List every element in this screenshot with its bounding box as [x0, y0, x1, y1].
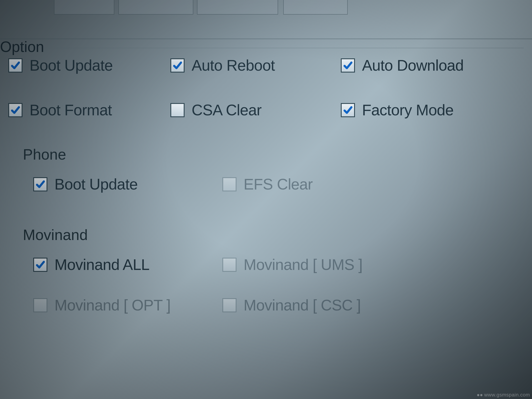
checkbox-efs-clear — [222, 177, 236, 191]
checkbox-movinand-csc — [222, 298, 236, 312]
check-icon — [11, 106, 20, 115]
checkbox-movinand-all[interactable] — [33, 258, 47, 272]
tab-slot[interactable] — [197, 0, 278, 14]
checkbox-movinand-opt — [33, 298, 47, 312]
watermark: ●●www.gsmspain.com — [477, 392, 530, 398]
check-icon — [343, 106, 352, 115]
label-auto-reboot: Auto Reboot — [192, 57, 275, 74]
checkbox-boot-update[interactable] — [8, 58, 22, 73]
check-icon — [11, 61, 20, 70]
label-factory-mode: Factory Mode — [362, 101, 453, 119]
movinand-row-1: Movinand ALL Movinand [ UMS ] — [0, 256, 524, 273]
checkbox-csa-clear[interactable] — [171, 103, 184, 117]
divider — [0, 38, 532, 39]
group-legend-phone: Phone — [23, 146, 524, 163]
label-movinand-opt: Movinand [ OPT ] — [54, 296, 171, 314]
label-movinand-all: Movinand ALL — [54, 256, 149, 273]
phone-row: Boot Update EFS Clear — [0, 175, 524, 193]
group-legend-option: Option — [0, 38, 47, 55]
group-legend-movinand: Movinand — [23, 226, 524, 243]
option-row-2: Boot Format CSA Clear Factory Mode — [0, 101, 524, 119]
label-auto-download: Auto Download — [362, 57, 464, 74]
label-movinand-csc: Movinand [ CSC ] — [244, 296, 361, 314]
option-group: Option Boot Update Auto Reboot Auto Down… — [0, 48, 524, 395]
label-csa-clear: CSA Clear — [192, 101, 261, 119]
checkbox-phone-boot-update[interactable] — [33, 177, 47, 191]
check-icon — [173, 61, 182, 70]
tab-slot[interactable] — [283, 0, 348, 14]
option-row-1: Boot Update Auto Reboot Auto Download — [0, 57, 524, 74]
tab-row — [0, 0, 532, 14]
label-efs-clear: EFS Clear — [244, 175, 313, 193]
checkbox-auto-download[interactable] — [341, 58, 355, 73]
check-icon — [36, 180, 45, 189]
label-boot-update: Boot Update — [30, 57, 113, 74]
label-movinand-ums: Movinand [ UMS ] — [244, 256, 362, 273]
label-phone-boot-update: Boot Update — [54, 175, 138, 193]
movinand-row-2: Movinand [ OPT ] Movinand [ CSC ] — [0, 296, 524, 314]
watermark-logo-icon: ●● — [477, 392, 483, 398]
label-boot-format: Boot Format — [30, 101, 112, 119]
tab-slot[interactable] — [119, 0, 193, 14]
checkbox-movinand-ums — [222, 258, 236, 272]
check-icon — [36, 260, 45, 269]
checkbox-factory-mode[interactable] — [341, 103, 355, 117]
checkbox-boot-format[interactable] — [8, 103, 22, 117]
checkbox-auto-reboot[interactable] — [171, 58, 184, 73]
tab-slot[interactable] — [54, 0, 114, 14]
check-icon — [343, 61, 352, 70]
